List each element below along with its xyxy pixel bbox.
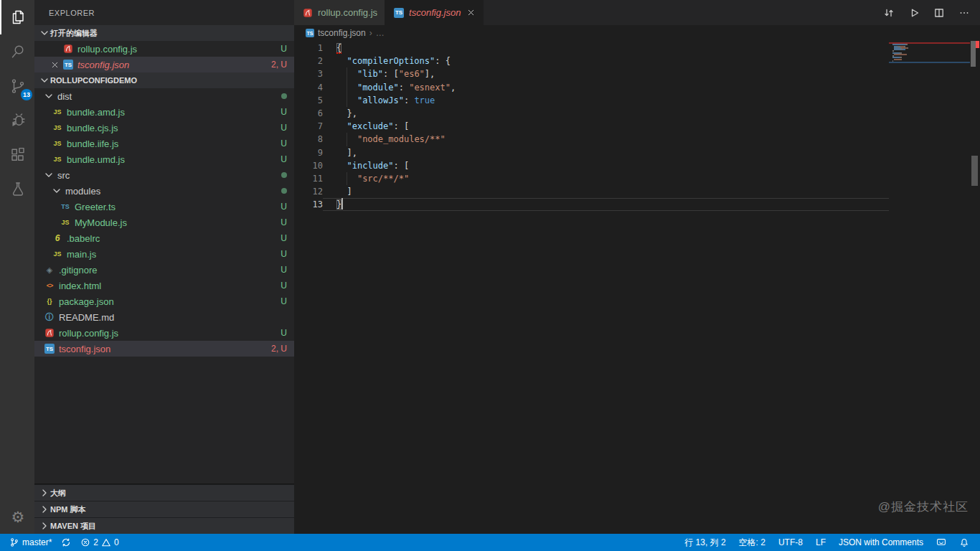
line-number: 5 xyxy=(294,94,323,107)
line-number: 10 xyxy=(294,159,323,172)
file-tsconfig.json[interactable]: TStsconfig.json2, U xyxy=(34,341,294,357)
open-editor-rollup.config.js[interactable]: rollup.config.jsU xyxy=(34,41,294,57)
file-bundle.cjs.js[interactable]: JSbundle.cjs.jsU xyxy=(34,120,294,136)
line-number: 3 xyxy=(294,67,323,80)
indentation[interactable]: 空格: 2 xyxy=(735,534,769,550)
open-changes-icon[interactable] xyxy=(883,7,895,19)
file-bundle.umd.js[interactable]: JSbundle.umd.jsU xyxy=(34,151,294,167)
activity-item-explorer[interactable] xyxy=(0,0,34,34)
file-bundle.amd.js[interactable]: JSbundle.amd.jsU xyxy=(34,104,294,120)
editor-actions xyxy=(883,0,980,25)
file-index.html[interactable]: <>index.htmlU xyxy=(34,278,294,293)
sidebar-bottom-sections: 大纲NPM 脚本MAVEN 项目 xyxy=(34,484,294,534)
section-header-project[interactable]: ROLLUPCONFIGDEMO xyxy=(34,72,294,88)
scrollbar-thumb[interactable] xyxy=(971,41,976,67)
code-editor[interactable]: 1{2 "compilerOptions": {3 "lib": ["es6"]… xyxy=(294,41,980,534)
git-modified-dot xyxy=(281,172,287,178)
git-status-badge: U xyxy=(281,202,287,212)
git-status-badge: U xyxy=(281,154,287,164)
git-branch-icon xyxy=(9,537,19,547)
code-line-13[interactable]: 13} xyxy=(294,198,889,211)
activity-bar: 13⚙ xyxy=(0,0,34,534)
open-editors-list: rollup.config.jsUTStsconfig.json2, U xyxy=(34,41,294,72)
sync-status[interactable] xyxy=(57,534,75,550)
line-number: 8 xyxy=(294,133,323,146)
more-actions-icon[interactable] xyxy=(958,7,970,19)
code-line-9[interactable]: 9 ], xyxy=(294,146,889,159)
chevron-right-icon xyxy=(39,487,50,499)
info-icon: ⓘ xyxy=(43,311,56,323)
breadcrumb-more[interactable]: … xyxy=(376,28,385,38)
section-header-大纲[interactable]: 大纲 xyxy=(34,484,294,501)
code-line-6[interactable]: 6 }, xyxy=(294,107,889,120)
activity-item-run-debug[interactable] xyxy=(0,103,34,138)
file-package.json[interactable]: {}package.jsonU xyxy=(34,293,294,309)
overview-ruler[interactable] xyxy=(970,41,980,534)
ts-icon: TS xyxy=(59,201,72,212)
file-.babelrc[interactable]: 6.babelrcU xyxy=(34,230,294,246)
run-icon[interactable] xyxy=(908,7,920,19)
file-Greeter.ts[interactable]: TSGreeter.tsU xyxy=(34,199,294,215)
file-rollup.config.js[interactable]: rollup.config.jsU xyxy=(34,325,294,341)
file-.gitignore[interactable]: ◈.gitignoreU xyxy=(34,262,294,278)
js-icon: JS xyxy=(59,217,72,228)
notifications[interactable] xyxy=(956,534,973,550)
code-line-7[interactable]: 7 "exclude": [ xyxy=(294,120,889,133)
language-mode[interactable]: JSON with Comments xyxy=(835,534,927,550)
folder-src[interactable]: src xyxy=(34,167,294,183)
eol[interactable]: LF xyxy=(812,534,829,550)
problems-status[interactable]: 20 xyxy=(77,534,122,550)
sync-icon xyxy=(61,537,71,547)
activity-item-extensions[interactable] xyxy=(0,138,34,172)
error-icon xyxy=(80,537,90,547)
line-number: 6 xyxy=(294,107,323,120)
code-line-3[interactable]: 3 "lib": ["es6"], xyxy=(294,67,889,80)
code-line-4[interactable]: 4 "module": "esnext", xyxy=(294,81,889,94)
feedback[interactable] xyxy=(933,534,950,550)
file-MyModule.js[interactable]: JSMyModule.jsU xyxy=(34,215,294,230)
activity-item-search[interactable] xyxy=(0,34,34,69)
code-line-2[interactable]: 2 "compilerOptions": { xyxy=(294,55,889,67)
encoding[interactable]: UTF-8 xyxy=(775,534,806,550)
file-tree: distJSbundle.amd.jsUJSbundle.cjs.jsUJSbu… xyxy=(34,88,294,357)
scm-badge: 13 xyxy=(21,89,32,100)
split-editor-icon[interactable] xyxy=(933,7,945,19)
tab-tsconfig.json[interactable]: TStsconfig.json xyxy=(385,0,484,25)
line-number: 4 xyxy=(294,81,323,94)
code-line-12[interactable]: 12 ] xyxy=(294,185,889,198)
activity-item-testing[interactable] xyxy=(0,172,34,207)
code-line-5[interactable]: 5 "allowJs": true xyxy=(294,94,889,107)
file-README.md[interactable]: ⓘREADME.md xyxy=(34,309,294,325)
breadcrumb[interactable]: TS tsconfig.json › … xyxy=(294,25,980,41)
file-bundle.iife.js[interactable]: JSbundle.iife.jsU xyxy=(34,136,294,151)
cursor-position[interactable]: 行 13, 列 2 xyxy=(681,534,729,550)
rollup-icon xyxy=(43,327,56,339)
code-line-10[interactable]: 10 "include": [ xyxy=(294,159,889,172)
code-line-1[interactable]: 1{ xyxy=(294,42,889,55)
open-editor-tsconfig.json[interactable]: TStsconfig.json2, U xyxy=(34,57,294,72)
tsconfig-icon: TS xyxy=(392,7,405,19)
ruler-marker xyxy=(971,156,978,186)
js-icon: JS xyxy=(51,248,64,260)
code-line-11[interactable]: 11 "src/**/*" xyxy=(294,172,889,185)
js-icon: JS xyxy=(51,154,64,165)
activity-item-source-control[interactable]: 13 xyxy=(0,69,34,103)
branch-status[interactable]: master* xyxy=(6,534,55,550)
close-icon[interactable] xyxy=(466,8,476,17)
section-header-NPM 脚本[interactable]: NPM 脚本 xyxy=(34,501,294,517)
folder-modules[interactable]: modules xyxy=(34,183,294,199)
close-icon[interactable] xyxy=(47,60,62,70)
git-status-badge: U xyxy=(281,107,287,117)
file-main.js[interactable]: JSmain.jsU xyxy=(34,246,294,262)
git-modified-dot xyxy=(281,188,287,194)
git-status-badge: U xyxy=(281,265,287,275)
activity-item-settings[interactable]: ⚙ xyxy=(0,499,34,534)
tab-rollup.config.js[interactable]: rollup.config.js xyxy=(294,0,385,25)
code-line-8[interactable]: 8 "node_modules/**" xyxy=(294,133,889,146)
section-header-open-editors[interactable]: 打开的编辑器 xyxy=(34,25,294,41)
section-header-MAVEN 项目[interactable]: MAVEN 项目 xyxy=(34,517,294,534)
chevron-down-icon xyxy=(39,75,50,86)
folder-dist[interactable]: dist xyxy=(34,88,294,104)
babel-icon: 6 xyxy=(51,232,64,244)
git-status-badge: U xyxy=(281,44,287,54)
